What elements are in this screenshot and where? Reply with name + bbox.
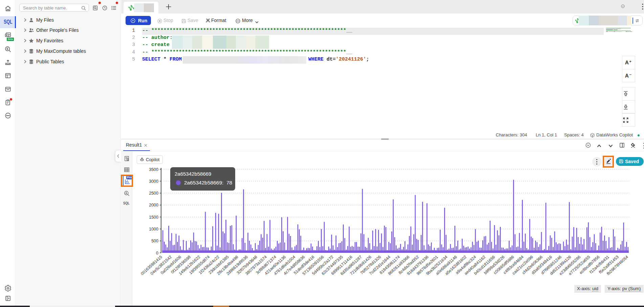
svg-text:2500: 2500 <box>149 191 158 196</box>
svg-text:0: 0 <box>156 251 158 256</box>
svg-text:3500: 3500 <box>149 167 158 172</box>
svg-text:3000: 3000 <box>149 179 158 184</box>
svg-text:1000: 1000 <box>149 227 158 232</box>
svg-text:1500: 1500 <box>149 215 158 220</box>
svg-text:500: 500 <box>151 239 158 243</box>
svg-text:2000: 2000 <box>149 203 158 207</box>
